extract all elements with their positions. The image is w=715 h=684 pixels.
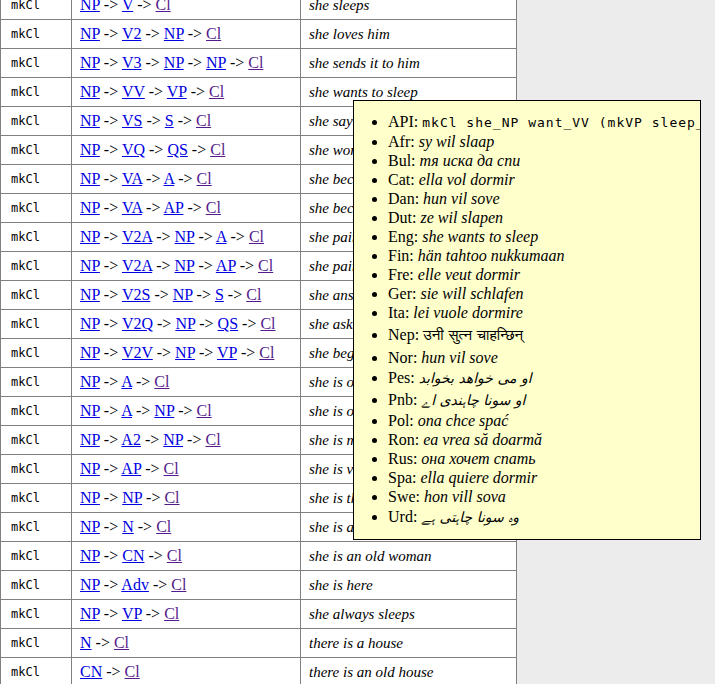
- type-link-np[interactable]: NP: [173, 286, 193, 303]
- arrow-separator: ->: [195, 344, 217, 361]
- type-link-np[interactable]: NP: [175, 228, 195, 245]
- type-link-vv[interactable]: VV: [122, 83, 145, 100]
- type-link-np[interactable]: NP: [80, 199, 100, 216]
- type-link-np[interactable]: NP: [206, 54, 226, 71]
- type-link-np[interactable]: NP: [175, 315, 195, 332]
- type-link-cl[interactable]: Cl: [164, 605, 179, 622]
- type-link-np[interactable]: NP: [163, 431, 183, 448]
- type-link-cl[interactable]: Cl: [171, 576, 186, 593]
- type-link-vp[interactable]: VP: [167, 83, 187, 100]
- type-link-np[interactable]: NP: [80, 547, 100, 564]
- function-name-cell: mkCl: [1, 542, 72, 571]
- type-link-np[interactable]: NP: [154, 402, 174, 419]
- type-link-va[interactable]: VA: [122, 199, 142, 216]
- type-link-vq[interactable]: VQ: [122, 141, 145, 158]
- arrow-separator: ->: [100, 25, 122, 42]
- type-link-np[interactable]: NP: [80, 605, 100, 622]
- type-link-np[interactable]: NP: [80, 141, 100, 158]
- type-link-np[interactable]: NP: [80, 83, 100, 100]
- type-link-np[interactable]: NP: [80, 373, 100, 390]
- type-link-np[interactable]: NP: [164, 54, 184, 71]
- type-link-n[interactable]: N: [80, 634, 92, 651]
- type-link-cl[interactable]: Cl: [210, 141, 225, 158]
- type-link-np[interactable]: NP: [175, 257, 195, 274]
- type-link-vs[interactable]: VS: [122, 112, 142, 129]
- type-link-a[interactable]: A: [121, 402, 132, 419]
- type-link-np[interactable]: NP: [80, 112, 100, 129]
- signature-cell: NP -> V2A -> NP -> A -> Cl: [72, 223, 301, 252]
- type-link-cl[interactable]: Cl: [125, 663, 140, 680]
- type-link-ap[interactable]: AP: [121, 460, 141, 477]
- type-link-v[interactable]: V: [122, 0, 133, 13]
- type-link-cl[interactable]: Cl: [209, 83, 224, 100]
- arrow-separator: ->: [100, 489, 122, 506]
- type-link-v2a[interactable]: V2A: [122, 228, 152, 245]
- type-link-v2[interactable]: V2: [122, 25, 142, 42]
- type-link-np[interactable]: NP: [80, 228, 100, 245]
- type-link-np[interactable]: NP: [80, 25, 100, 42]
- type-link-cl[interactable]: Cl: [196, 112, 211, 129]
- type-link-np[interactable]: NP: [122, 489, 142, 506]
- arrow-separator: ->: [174, 402, 196, 419]
- type-link-v2s[interactable]: V2S: [122, 286, 150, 303]
- type-link-cl[interactable]: Cl: [154, 373, 169, 390]
- type-link-cl[interactable]: Cl: [197, 402, 212, 419]
- type-link-cl[interactable]: Cl: [206, 199, 221, 216]
- type-link-np[interactable]: NP: [80, 518, 100, 535]
- type-link-va[interactable]: VA: [122, 170, 142, 187]
- type-link-v2a[interactable]: V2A: [122, 257, 152, 274]
- language-label: Ger:: [388, 285, 420, 302]
- type-link-np[interactable]: NP: [80, 344, 100, 361]
- type-link-a[interactable]: A: [121, 373, 132, 390]
- type-link-s[interactable]: S: [165, 112, 174, 129]
- type-link-cl[interactable]: Cl: [206, 25, 221, 42]
- type-link-np[interactable]: NP: [80, 0, 100, 13]
- type-link-np[interactable]: NP: [80, 257, 100, 274]
- type-link-cl[interactable]: Cl: [167, 547, 182, 564]
- type-link-v2v[interactable]: V2V: [122, 344, 153, 361]
- type-link-np[interactable]: NP: [80, 315, 100, 332]
- type-link-vp[interactable]: VP: [217, 344, 237, 361]
- type-link-cl[interactable]: Cl: [164, 489, 179, 506]
- type-link-np[interactable]: NP: [80, 170, 100, 187]
- type-link-np[interactable]: NP: [80, 489, 100, 506]
- type-link-cn[interactable]: CN: [122, 547, 144, 564]
- type-link-np[interactable]: NP: [80, 431, 100, 448]
- type-link-n[interactable]: N: [122, 518, 134, 535]
- type-link-vp[interactable]: VP: [122, 605, 142, 622]
- type-link-np[interactable]: NP: [80, 576, 100, 593]
- arrow-separator: ->: [100, 315, 122, 332]
- type-link-cl[interactable]: Cl: [260, 315, 275, 332]
- type-link-cl[interactable]: Cl: [197, 170, 212, 187]
- type-link-s[interactable]: S: [215, 286, 224, 303]
- type-link-np[interactable]: NP: [80, 286, 100, 303]
- type-link-a[interactable]: A: [164, 170, 175, 187]
- type-link-v3[interactable]: V3: [122, 54, 142, 71]
- type-link-ap[interactable]: AP: [164, 199, 184, 216]
- type-link-a[interactable]: A: [216, 228, 227, 245]
- type-link-np[interactable]: NP: [80, 460, 100, 477]
- type-link-np[interactable]: NP: [175, 344, 195, 361]
- type-link-cl[interactable]: Cl: [259, 344, 274, 361]
- type-link-v2q[interactable]: V2Q: [122, 315, 153, 332]
- type-link-cl[interactable]: Cl: [248, 54, 263, 71]
- type-link-cl[interactable]: Cl: [156, 0, 171, 13]
- type-link-cl[interactable]: Cl: [164, 460, 179, 477]
- type-link-cl[interactable]: Cl: [114, 634, 129, 651]
- type-link-cl[interactable]: Cl: [249, 228, 264, 245]
- type-link-cl[interactable]: Cl: [205, 431, 220, 448]
- type-link-cl[interactable]: Cl: [156, 518, 171, 535]
- type-link-np[interactable]: NP: [80, 402, 100, 419]
- type-link-qs[interactable]: QS: [167, 141, 187, 158]
- type-link-np[interactable]: NP: [164, 25, 184, 42]
- signature-cell: NP -> VA -> AP -> Cl: [72, 194, 301, 223]
- type-link-adv[interactable]: Adv: [121, 576, 149, 593]
- type-link-np[interactable]: NP: [80, 54, 100, 71]
- type-link-ap[interactable]: AP: [216, 257, 236, 274]
- type-link-cl[interactable]: Cl: [246, 286, 261, 303]
- type-link-a2[interactable]: A2: [121, 431, 141, 448]
- type-link-cn[interactable]: CN: [80, 663, 102, 680]
- type-link-qs[interactable]: QS: [218, 315, 238, 332]
- arrow-separator: ->: [141, 460, 163, 477]
- type-link-cl[interactable]: Cl: [258, 257, 273, 274]
